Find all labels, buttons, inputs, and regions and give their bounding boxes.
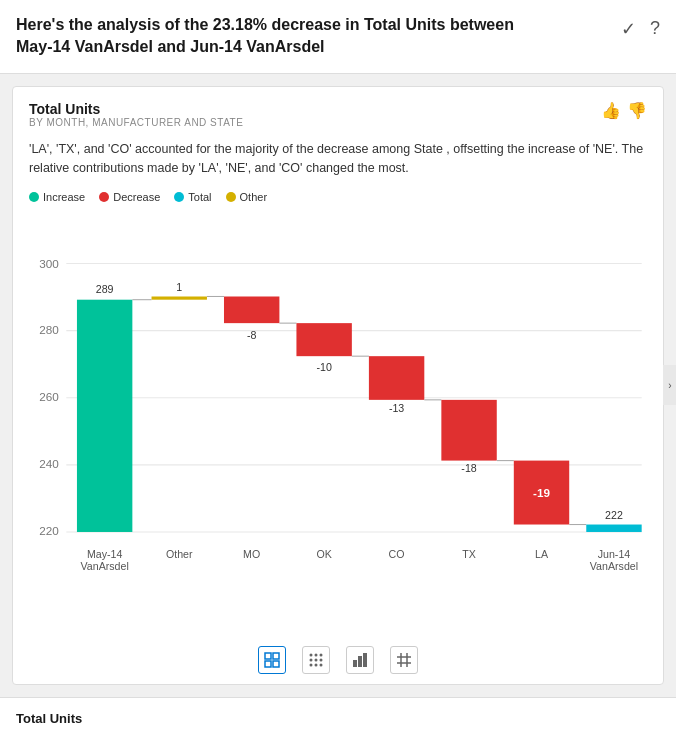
analysis-card: Total Units BY MONTH, MANUFACTURER AND S…: [12, 86, 664, 685]
table-icon: [264, 652, 280, 668]
bar-jun14-label: 222: [605, 509, 623, 521]
y-label-260: 260: [39, 390, 59, 403]
bar-ok-label: -10: [316, 361, 331, 373]
legend-decrease: Decrease: [99, 191, 160, 203]
bar-tx: [441, 400, 496, 461]
check-icon[interactable]: ✓: [621, 18, 636, 40]
svg-rect-13: [353, 660, 357, 667]
bar-tx-label: -18: [461, 463, 476, 475]
svg-point-11: [315, 664, 318, 667]
svg-point-12: [320, 664, 323, 667]
x-label-co: CO: [389, 548, 405, 560]
bar-mo-label: -8: [247, 329, 257, 341]
bar-co: [369, 356, 424, 400]
x-label-la: LA: [535, 548, 549, 560]
waterfall-chart: 300 280 260 240 220 289: [29, 211, 647, 638]
bar-view-button[interactable]: [346, 646, 374, 674]
svg-point-4: [310, 654, 313, 657]
dot-icon: [308, 652, 324, 668]
x-label-jun14: Jun-14: [598, 548, 631, 560]
y-label-300: 300: [39, 257, 59, 270]
bar-la-label: -19: [533, 486, 550, 499]
legend-other: Other: [226, 191, 268, 203]
y-label-280: 280: [39, 323, 59, 336]
dot-view-button[interactable]: [302, 646, 330, 674]
svg-rect-2: [265, 661, 271, 667]
header-actions: ✓ ?: [621, 18, 660, 40]
help-icon[interactable]: ?: [650, 18, 660, 40]
y-label-240: 240: [39, 457, 59, 470]
card-header: Total Units BY MONTH, MANUFACTURER AND S…: [29, 101, 647, 138]
chart-controls: [29, 646, 647, 674]
legend-increase-label: Increase: [43, 191, 85, 203]
legend-total-label: Total: [188, 191, 211, 203]
legend-decrease-label: Decrease: [113, 191, 160, 203]
x-label-mo: MO: [243, 548, 260, 560]
chart-area: 300 280 260 240 220 289: [29, 211, 647, 638]
svg-point-6: [320, 654, 323, 657]
svg-rect-0: [265, 653, 271, 659]
grid-view-button[interactable]: [390, 646, 418, 674]
card-description: 'LA', 'TX', and 'CO' accounted for the m…: [29, 140, 647, 178]
x-label-may14: May-14: [87, 548, 123, 560]
card-title-group: Total Units BY MONTH, MANUFACTURER AND S…: [29, 101, 243, 138]
bar-may14-vanarsdel: [77, 300, 132, 532]
other-dot: [226, 192, 236, 202]
sidebar-chevron[interactable]: ›: [663, 365, 676, 405]
chart-legend: Increase Decrease Total Other: [29, 191, 647, 203]
svg-point-10: [310, 664, 313, 667]
bar-icon: [352, 652, 368, 668]
thumbs-down-button[interactable]: 👎: [627, 101, 647, 120]
bar-may14-label: 289: [96, 284, 114, 296]
bar-other: [152, 297, 207, 300]
x-label-vanarsdel2: VanArsdel: [590, 561, 638, 573]
grid-icon: [396, 652, 412, 668]
feedback-buttons: 👍 👎: [601, 101, 647, 120]
svg-point-5: [315, 654, 318, 657]
x-label-ok: OK: [316, 548, 331, 560]
decrease-dot: [99, 192, 109, 202]
legend-other-label: Other: [240, 191, 268, 203]
table-view-button[interactable]: [258, 646, 286, 674]
svg-rect-3: [273, 661, 279, 667]
legend-increase: Increase: [29, 191, 85, 203]
increase-dot: [29, 192, 39, 202]
bar-other-label: 1: [176, 281, 182, 293]
x-label-vanarsdel1: VanArsdel: [80, 561, 128, 573]
bottom-section: Total Units: [0, 697, 676, 739]
thumbs-up-button[interactable]: 👍: [601, 101, 621, 120]
card-title: Total Units: [29, 101, 243, 117]
header-title: Here's the analysis of the 23.18% decrea…: [16, 14, 536, 59]
bar-jun14-vanarsdel: [586, 525, 641, 532]
y-label-220: 220: [39, 524, 59, 537]
bar-co-label: -13: [389, 402, 404, 414]
main-content: Total Units BY MONTH, MANUFACTURER AND S…: [0, 74, 676, 697]
total-dot: [174, 192, 184, 202]
x-label-tx: TX: [462, 548, 476, 560]
svg-rect-15: [363, 653, 367, 667]
svg-point-7: [310, 659, 313, 662]
svg-point-9: [320, 659, 323, 662]
bottom-label: Total Units: [16, 711, 82, 726]
svg-rect-14: [358, 656, 362, 667]
x-label-other: Other: [166, 548, 193, 560]
bar-mo: [224, 297, 279, 324]
bar-ok: [296, 323, 351, 356]
card-subtitle: BY MONTH, MANUFACTURER AND STATE: [29, 117, 243, 128]
svg-point-8: [315, 659, 318, 662]
legend-total: Total: [174, 191, 211, 203]
svg-rect-1: [273, 653, 279, 659]
header: Here's the analysis of the 23.18% decrea…: [0, 0, 676, 74]
